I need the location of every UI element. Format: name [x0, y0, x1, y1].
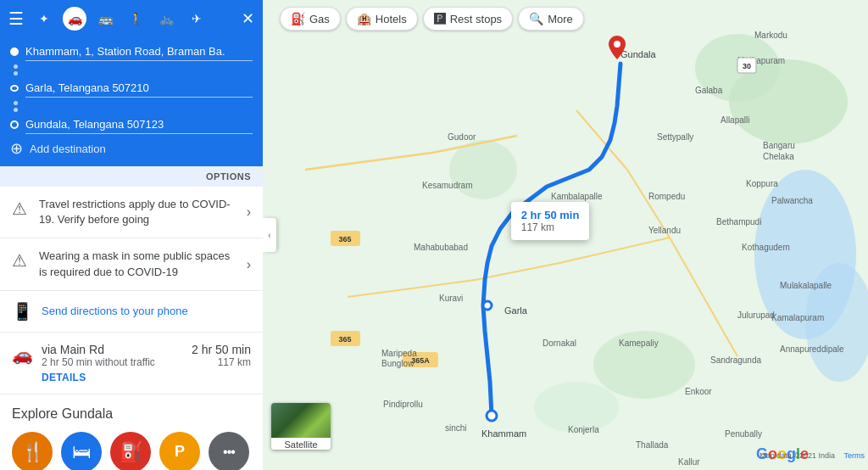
options-label: OPTIONS	[206, 171, 251, 182]
svg-text:Enkoor: Enkoor	[685, 387, 712, 396]
waypoint-input[interactable]	[25, 79, 253, 98]
svg-text:sinchi: sinchi	[445, 423, 467, 433]
sidebar: ☰ ✦ 🚗 🚌 🚶 🚲 ✈ ✕	[0, 0, 263, 470]
destination-dot	[10, 120, 19, 129]
svg-text:Markodu: Markodu	[754, 31, 787, 40]
waypoint-dot	[10, 85, 19, 92]
options-bar: OPTIONS	[0, 166, 263, 187]
svg-point-64	[614, 41, 620, 48]
svg-text:Mulakalapalle: Mulakalapalle	[780, 281, 832, 290]
flight-mode-btn[interactable]: ✈	[185, 7, 209, 31]
send-directions-row[interactable]: 📱 Send directions to your phone	[0, 291, 263, 333]
origin-dot	[10, 48, 19, 56]
warning-icon-1: ⚠	[12, 199, 31, 219]
expand-arrow[interactable]: ‹	[263, 218, 276, 252]
walk-mode-btn[interactable]: 🚶	[124, 7, 147, 31]
route-popup: 2 hr 50 min 117 km	[511, 202, 590, 240]
cycle-mode-btn[interactable]: 🚲	[154, 7, 178, 31]
svg-text:Julurupad: Julurupad	[737, 311, 775, 320]
hotels-filter-chip[interactable]: 🏨 Hotels	[346, 7, 418, 31]
reststops-chip-icon: 🅿	[434, 12, 446, 25]
popup-distance: 117 km	[521, 221, 580, 233]
svg-point-7	[449, 140, 517, 199]
transit-mode-btn[interactable]: 🚌	[93, 7, 117, 31]
explore-sleep-btn[interactable]: 🛏	[61, 432, 102, 470]
chevron-right-icon-2: ›	[247, 257, 251, 272]
details-link[interactable]: DETAILS	[42, 372, 251, 383]
svg-text:Rompedu: Rompedu	[648, 192, 685, 201]
send-directions-text: Send directions to your phone	[42, 305, 188, 317]
svg-text:Maripeda: Maripeda	[381, 349, 417, 358]
satellite-thumb[interactable]: Satellite	[271, 403, 331, 450]
top-nav: ☰ ✦ 🚗 🚌 🚶 🚲 ✈ ✕	[0, 0, 263, 37]
route-details: via Main Rd 2 hr 50 min 2 hr 50 min with…	[42, 343, 251, 383]
more-filter-chip[interactable]: 🔍 More	[518, 7, 584, 31]
svg-text:Kamalapuram: Kamalapuram	[771, 313, 824, 322]
covid-warning-2[interactable]: ⚠ Wearing a mask in some public spaces i…	[0, 238, 263, 290]
map-data-text: Map data ©2021 India	[760, 451, 835, 460]
car-icon: 🚗	[12, 344, 33, 365]
svg-text:Gundala: Gundala	[620, 49, 656, 59]
svg-text:Bethampudi: Bethampudi	[716, 217, 761, 227]
route-name: via Main Rd	[42, 343, 104, 356]
svg-text:Pindiprollu: Pindiprollu	[383, 400, 423, 409]
hotels-chip-label: Hotels	[376, 13, 407, 25]
svg-text:365: 365	[338, 235, 351, 243]
explore-icons: 🍴 🛏 ⛽ P •••	[12, 432, 251, 470]
add-destination-row: ⊕ Add destination	[10, 139, 253, 158]
reststops-chip-label: Rest stops	[450, 13, 502, 25]
explore-gas-btn[interactable]: ⛽	[110, 432, 151, 470]
hotels-chip-icon: 🏨	[357, 12, 371, 25]
nav-icons: ✦ 🚗 🚌 🚶 🚲 ✈	[32, 7, 209, 31]
svg-text:Kambalapalle: Kambalapalle	[551, 192, 603, 201]
gas-chip-label: Gas	[309, 13, 330, 25]
close-button[interactable]: ✕	[242, 9, 254, 28]
route-distance: 117 km	[218, 356, 251, 368]
svg-text:Konjerla: Konjerla	[568, 425, 599, 434]
warning-icon-2: ⚠	[12, 250, 31, 271]
svg-text:Yellandu: Yellandu	[648, 226, 681, 235]
reststops-filter-chip[interactable]: 🅿 Rest stops	[423, 7, 513, 31]
gas-filter-chip[interactable]: ⛽ Gas	[280, 7, 341, 31]
explore-more-btn[interactable]: •••	[209, 432, 249, 470]
svg-text:Settypally: Settypally	[657, 132, 693, 142]
svg-text:Dornakal: Dornakal	[542, 339, 576, 348]
svg-text:Kesamudram: Kesamudram	[422, 181, 472, 190]
chevron-right-icon-1: ›	[247, 204, 251, 220]
popup-time: 2 hr 50 min	[521, 209, 580, 221]
explore-food-btn[interactable]: 🍴	[12, 432, 53, 470]
terms-link[interactable]: Terms	[844, 451, 865, 460]
map-area[interactable]: ‹ 365 365 365A	[263, 0, 868, 470]
explore-mode-btn[interactable]: ✦	[32, 7, 56, 31]
more-chip-label: More	[548, 13, 573, 25]
satellite-image	[271, 403, 331, 438]
satellite-label: Satellite	[271, 438, 331, 450]
covid-warning-text-1: Travel restrictions apply due to COVID-1…	[39, 197, 238, 227]
hamburger-icon[interactable]: ☰	[8, 8, 24, 29]
svg-text:Chelaka: Chelaka	[763, 152, 794, 161]
phone-icon: 📱	[12, 301, 33, 322]
svg-text:Gudoor: Gudoor	[448, 132, 476, 142]
route-sub-row: 2 hr 50 min without traffic 117 km	[42, 356, 251, 368]
svg-text:Palwancha: Palwancha	[771, 196, 813, 205]
svg-text:365: 365	[338, 335, 351, 344]
add-destination-button[interactable]: Add destination	[30, 143, 106, 155]
route-sub-time: 2 hr 50 min without traffic	[42, 356, 155, 368]
waypoint-row	[10, 79, 253, 98]
covid-warning-1[interactable]: ⚠ Travel restrictions apply due to COVID…	[0, 187, 263, 238]
origin-row	[10, 42, 253, 61]
origin-input[interactable]	[25, 42, 253, 61]
svg-text:Sandragunda: Sandragunda	[710, 355, 761, 365]
svg-text:Khammam: Khammam	[481, 428, 526, 439]
covid-warning-text-2: Wearing a mask in some public spaces is …	[39, 249, 238, 279]
drive-mode-btn[interactable]: 🚗	[63, 7, 86, 31]
route-name-row: via Main Rd 2 hr 50 min	[42, 343, 251, 356]
svg-text:Penubally: Penubally	[725, 429, 762, 439]
filter-bar: ⛽ Gas 🏨 Hotels 🅿 Rest stops 🔍 More	[280, 7, 584, 31]
destination-input[interactable]	[25, 115, 253, 134]
gas-chip-icon: ⛽	[291, 12, 305, 25]
svg-text:Bunglow: Bunglow	[381, 359, 415, 368]
explore-parking-btn[interactable]: P	[159, 432, 200, 470]
svg-text:30: 30	[743, 62, 751, 70]
svg-text:Galaba: Galaba	[695, 86, 723, 95]
